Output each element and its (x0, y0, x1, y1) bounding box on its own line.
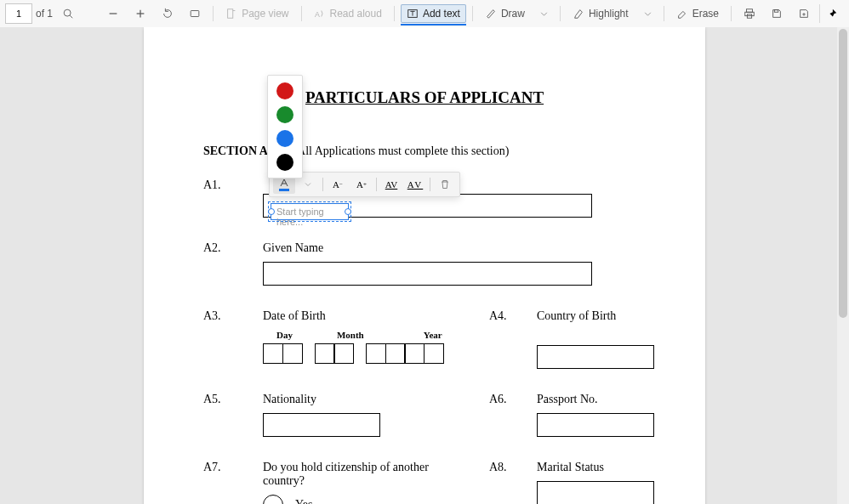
erase-icon (676, 8, 688, 20)
rotate-icon (162, 8, 174, 20)
text-color-icon (279, 178, 289, 187)
a8-input-box (537, 481, 654, 504)
svg-rect-6 (228, 9, 233, 19)
dob-boxes (263, 343, 459, 364)
save-button[interactable] (765, 4, 789, 23)
a4-input-box (537, 345, 654, 369)
chevron-down-icon (540, 10, 548, 18)
field-a2: A2. Given Name (203, 241, 646, 286)
zoom-in-button[interactable] (128, 4, 152, 23)
draw-button[interactable]: Draw (479, 4, 531, 23)
a2-input-box (263, 262, 592, 286)
minus-icon (107, 8, 119, 20)
document-canvas[interactable]: PARTICULARS OF APPLICANT SECTION A All A… (0, 27, 849, 504)
pdf-page: PARTICULARS OF APPLICANT SECTION A All A… (144, 27, 705, 504)
field-a3-a4: A3. Date of Birth DayMonthYear A4.Countr… (203, 309, 646, 369)
color-picker-popup (267, 75, 303, 178)
field-a7-a8: A7. Do you hold citizenship of another c… (203, 461, 646, 504)
rotate-button[interactable] (156, 4, 179, 23)
svg-line-1 (70, 15, 72, 18)
draw-icon (485, 8, 497, 20)
read-aloud-button[interactable]: ARead aloud (308, 4, 388, 23)
page-total-label: of 1 (36, 8, 53, 20)
svg-text:A: A (314, 10, 319, 19)
search-icon (62, 8, 74, 20)
page-view-button[interactable]: Page view (219, 4, 294, 23)
add-text-editor[interactable]: Start typing here... (271, 203, 349, 220)
decrease-font-button[interactable]: A− (327, 175, 349, 194)
read-aloud-icon: A (314, 8, 326, 20)
pin-icon (826, 8, 838, 20)
color-swatch-blue[interactable] (276, 130, 293, 147)
scrollbar-thumb[interactable] (839, 29, 847, 318)
search-button[interactable] (56, 4, 80, 23)
print-icon (744, 8, 755, 20)
a7-yes-radio (263, 495, 283, 504)
color-swatch-red[interactable] (276, 82, 293, 99)
pdf-toolbar: of 1 Page view ARead aloud Add text Draw… (0, 0, 849, 28)
page-number-input[interactable] (5, 3, 32, 24)
fit-page-button[interactable] (183, 4, 207, 23)
highlight-button[interactable]: Highlight (567, 4, 635, 23)
svg-rect-15 (774, 10, 778, 13)
chevron-down-icon (644, 10, 652, 18)
vertical-scrollbar[interactable] (837, 27, 849, 504)
draw-chevron[interactable] (534, 7, 554, 21)
fit-icon (189, 8, 201, 20)
trash-icon (440, 179, 450, 190)
pin-toolbar-button[interactable] (819, 4, 844, 23)
save-as-button[interactable] (792, 4, 816, 23)
color-swatch-black[interactable] (276, 154, 293, 171)
svg-rect-5 (191, 11, 199, 17)
print-button[interactable] (738, 4, 761, 23)
svg-rect-12 (747, 9, 753, 13)
add-text-button[interactable]: Add text (401, 4, 466, 23)
save-icon (771, 8, 783, 20)
a5-input-box (263, 413, 380, 437)
add-text-icon (407, 8, 419, 20)
decrease-spacing-button[interactable]: AV (380, 175, 402, 194)
erase-button[interactable]: Erase (670, 4, 725, 23)
color-swatch-green[interactable] (276, 106, 293, 123)
chevron-down-icon (305, 181, 311, 188)
page-view-icon (225, 8, 237, 20)
increase-font-button[interactable]: A+ (350, 175, 373, 194)
delete-textbox-button[interactable] (434, 175, 456, 194)
highlight-icon (573, 8, 584, 20)
field-a5-a6: A5. Nationality A6.Passport No. (203, 393, 646, 437)
a6-input-box (537, 413, 654, 437)
zoom-out-button[interactable] (101, 4, 125, 23)
highlight-chevron[interactable] (638, 7, 658, 21)
save-copy-icon (798, 8, 810, 20)
increase-spacing-button[interactable]: AV (404, 175, 426, 194)
svg-point-0 (64, 9, 71, 16)
plus-icon (134, 8, 146, 20)
